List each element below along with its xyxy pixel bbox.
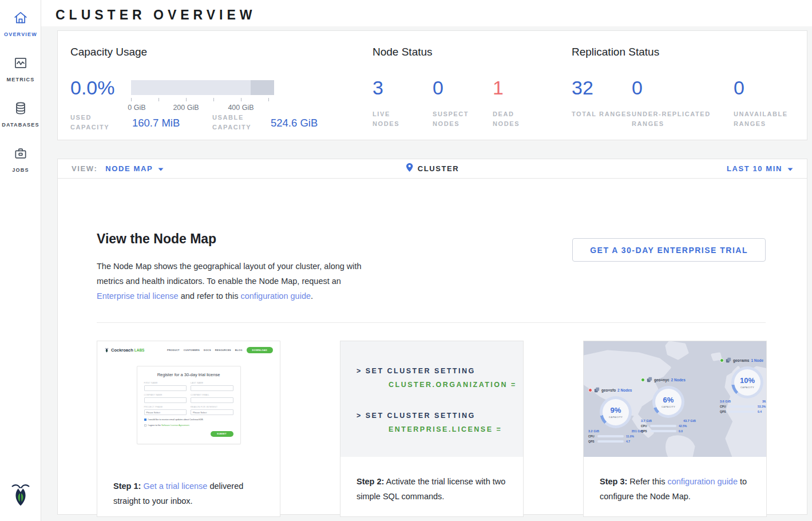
nav-item: PRODUCT [167, 349, 180, 352]
sql-argument: ENTERPRISE.LICENSE = [357, 423, 523, 436]
sidebar-item-databases[interactable]: DATABASES [0, 90, 41, 136]
description-text: The Node Map shows the geographical layo… [97, 262, 362, 286]
step-2-caption: Step 2: Activate the trial license with … [340, 457, 523, 504]
breadcrumb-cluster: CLUSTER [406, 164, 460, 174]
time-range-dropdown[interactable]: LAST 10 MIN [727, 164, 793, 173]
get-trial-license-link[interactable]: Get a trial license [143, 481, 207, 491]
axis-tick-label: 200 GiB [173, 104, 199, 112]
description-text: . [311, 291, 313, 301]
sql-argument: CLUSTER.ORGANIZATION = [357, 378, 523, 392]
axis-tick [159, 98, 159, 101]
form-field: COMPANY NAME [144, 394, 187, 403]
sidebar-item-label: METRICS [0, 77, 41, 82]
view-dropdown[interactable]: NODE MAP [105, 164, 164, 173]
cockroachdb-logo-icon [0, 479, 41, 512]
nodes-cube-icon [594, 387, 600, 393]
locality-header: geo=ams 1 Node [720, 357, 766, 363]
capacity-label: CAPACITY [609, 416, 623, 419]
node-map-preview: geo=sfo 2 Nodes 9% CAPACITY 3.2 GiB [584, 341, 766, 457]
caption-text: Refer this [627, 477, 667, 486]
enterprise-trial-license-link[interactable]: Enterprise trial license [97, 291, 179, 301]
step-number: Step 1: [113, 481, 141, 491]
step-2-card: > SET CLUSTER SETTING CLUSTER.ORGANIZATI… [340, 341, 524, 517]
nav-item: RESOURCES [215, 349, 231, 352]
cpu-row: CPU 53.3% [720, 405, 766, 408]
brand-suffix: LABS [134, 348, 145, 352]
mini-site-header: Cockroach LABS PRODUCT CUSTOMERS DOCS RE… [97, 341, 280, 357]
status-badge [641, 378, 645, 382]
capacity-usage-title: Capacity Usage [70, 46, 147, 58]
form-field: COMPANY EMAIL [191, 394, 233, 403]
cpu-label: CPU [588, 435, 597, 438]
sql-command: > SET CLUSTER SETTING [357, 364, 523, 378]
form-field: FIRST NAME [144, 382, 187, 391]
cpu-bar [729, 405, 755, 408]
mini-site-nav: PRODUCT CUSTOMERS DOCS RESOURCES BLOG DO… [167, 347, 273, 353]
capacity-range: 3.7 GiB 43.7 GiB [641, 419, 696, 423]
locality-node-count: 1 Node [751, 358, 763, 362]
sidebar-item-overview[interactable]: OVERVIEW [0, 0, 41, 45]
checkbox-label: I agree to the Software License Agreemen… [148, 424, 190, 427]
app-root: OVERVIEW METRICS DATABASES [0, 0, 812, 521]
dead-nodes-value: 1 [493, 77, 553, 99]
under-replicated-ranges-label: UNDER-REPLICATED RANGES [632, 109, 729, 129]
qps-bar [650, 430, 676, 432]
axis-tick-label: 400 GiB [228, 104, 253, 112]
axis-tick [186, 98, 187, 101]
sidebar-item-label: DATABASES [0, 122, 41, 128]
usable-capacity-label: USABLE CAPACITY [212, 113, 267, 132]
license-agreement-link: Software License Agreement. [161, 424, 190, 427]
sql-block: > SET CLUSTER SETTING ENTERPRISE.LICENSE… [357, 409, 523, 436]
status-badge [588, 388, 592, 392]
node-status-stats: 3 LIVE NODES 0 SUSPECT NODES 1 DEAD NODE… [373, 77, 553, 129]
cluster-summary-card: Capacity Usage 0.0% 0 GiB 200 GiB 400 Gi… [57, 30, 807, 140]
total-ranges-stat: 32 TOTAL RANGES [572, 77, 632, 129]
sql-commands-illustration: > SET CLUSTER SETTING CLUSTER.ORGANIZATI… [340, 341, 523, 457]
nav-item: CUSTOMERS [184, 349, 200, 352]
cpu-row: CPU 42.5% [641, 424, 696, 428]
step-number: Step 3: [600, 477, 627, 486]
sidebar-item-metrics[interactable]: METRICS [0, 45, 41, 90]
node-status-title: Node Status [373, 46, 433, 58]
axis-tick [268, 98, 269, 101]
qps-row: QPS 0.4 [720, 410, 766, 413]
configuration-guide-link[interactable]: configuration guide [240, 291, 311, 301]
step-number: Step 2: [357, 477, 384, 486]
capacity-bar-dark-segment [251, 80, 274, 95]
live-nodes-value: 3 [373, 77, 433, 99]
node-map-body: View the Node Map The Node Map shows the… [58, 179, 807, 515]
field-label: REASON FOR INTEREST [191, 406, 233, 408]
sidebar-item-jobs[interactable]: JOBS [0, 136, 41, 181]
capacity-percent: 6% [663, 396, 674, 404]
brand-text: Cockroach [111, 348, 133, 353]
get-enterprise-trial-button[interactable]: GET A 30-DAY ENTERPRISE TRIAL [572, 238, 766, 262]
email-updates-checkbox-row: I would like to receive email updates ab… [144, 419, 233, 421]
locality-node-count: 2 Nodes [671, 378, 686, 382]
qps-row: QPS 0.0 [641, 429, 696, 433]
field-label: COMPANY EMAIL [191, 394, 233, 396]
step-1-card: Cockroach LABS PRODUCT CUSTOMERS DOCS RE… [97, 341, 280, 517]
form-title: Register for a 30-day trial license [144, 372, 233, 377]
checkbox-checked-icon [144, 419, 146, 421]
qps-value: 0.4 [758, 410, 762, 413]
axis-tick [131, 98, 132, 101]
live-nodes-label: LIVE NODES [373, 109, 418, 129]
replication-status-stats: 32 TOTAL RANGES 0 UNDER-REPLICATED RANGE… [572, 77, 812, 129]
field-label: PROJECT PHASE [144, 406, 187, 408]
capacity-percent: 10% [740, 376, 755, 385]
axis-tick [213, 98, 214, 101]
step-1-caption: Step 1: Get a trial license delivered st… [97, 461, 280, 508]
dead-nodes-label: DEAD NODES [493, 109, 538, 129]
suspect-nodes-value: 0 [433, 77, 493, 99]
chevron-down-icon [787, 164, 793, 173]
sidebar: OVERVIEW METRICS DATABASES [0, 0, 41, 521]
configuration-guide-link[interactable]: configuration guide [667, 477, 738, 486]
locality-name: geo=nyc [654, 378, 670, 382]
page-title: CLUSTER OVERVIEW [56, 7, 256, 23]
map-pin-icon [406, 163, 413, 174]
status-badge [720, 358, 724, 362]
dead-nodes-stat: 1 DEAD NODES [493, 77, 553, 129]
total-ranges-label: TOTAL RANGES [572, 109, 632, 119]
qps-bar [597, 440, 624, 443]
view-label: VIEW: [72, 164, 97, 173]
